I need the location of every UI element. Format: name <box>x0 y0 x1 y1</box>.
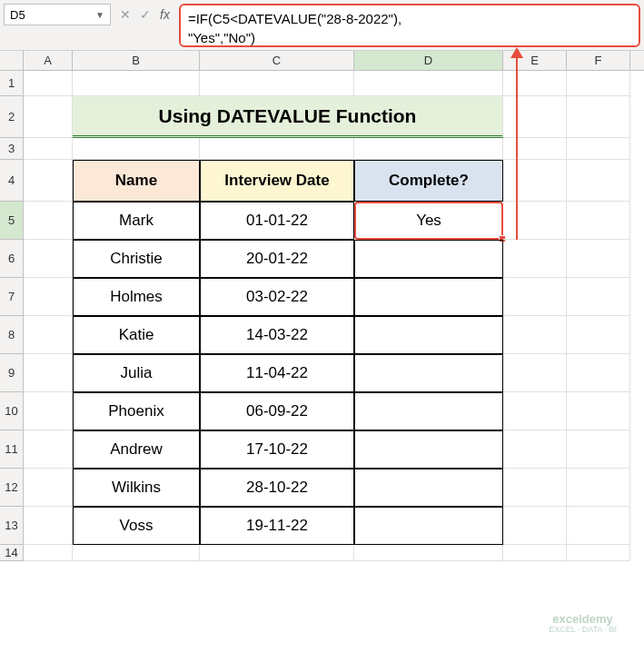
cell-A10[interactable] <box>24 392 73 430</box>
cell-A14[interactable] <box>24 545 73 561</box>
row-header-11[interactable]: 11 <box>0 430 24 469</box>
cell-F1[interactable] <box>567 71 630 96</box>
cancel-icon[interactable]: ✕ <box>120 7 131 22</box>
row-header-9[interactable]: 9 <box>0 354 24 392</box>
cell-name-5[interactable]: Phoenix <box>73 392 200 430</box>
cell-E13[interactable] <box>503 507 567 545</box>
row-header-10[interactable]: 10 <box>0 392 24 430</box>
cell-A9[interactable] <box>24 354 73 392</box>
name-box[interactable]: D5 ▼ <box>4 4 111 25</box>
row-header-8[interactable]: 8 <box>0 316 24 354</box>
cell-E7[interactable] <box>503 278 567 316</box>
cell-complete-5[interactable] <box>354 392 503 430</box>
cell-C3[interactable] <box>200 138 354 160</box>
cell-F7[interactable] <box>567 278 630 316</box>
cell-E11[interactable] <box>503 430 567 469</box>
cell-date-4[interactable]: 11-04-22 <box>200 354 354 392</box>
cell-date-6[interactable]: 17-10-22 <box>200 430 354 469</box>
cell-date-3[interactable]: 14-03-22 <box>200 316 354 354</box>
cell-F2[interactable] <box>567 96 630 138</box>
cell-E8[interactable] <box>503 316 567 354</box>
cell-C14[interactable] <box>200 545 354 561</box>
cell-A2[interactable] <box>24 96 73 138</box>
cell-F9[interactable] <box>567 354 630 392</box>
cell-A12[interactable] <box>24 469 73 507</box>
cell-A1[interactable] <box>24 71 73 96</box>
cell-F4[interactable] <box>567 160 630 202</box>
cell-E9[interactable] <box>503 354 567 392</box>
cell-E10[interactable] <box>503 392 567 430</box>
cell-F6[interactable] <box>567 240 630 278</box>
cell-name-3[interactable]: Katie <box>73 316 200 354</box>
cell-complete-3[interactable] <box>354 316 503 354</box>
cell-name-2[interactable]: Holmes <box>73 278 200 316</box>
cell-complete-2[interactable] <box>354 278 503 316</box>
cell-A3[interactable] <box>24 138 73 160</box>
row-header-2[interactable]: 2 <box>0 96 24 138</box>
select-all-corner[interactable] <box>0 51 24 70</box>
cell-C1[interactable] <box>200 71 354 96</box>
cell-date-0[interactable]: 01-01-22 <box>200 202 354 240</box>
cell-F13[interactable] <box>567 507 630 545</box>
cell-complete-0[interactable]: Yes <box>354 202 503 240</box>
cell-date-8[interactable]: 19-11-22 <box>200 507 354 545</box>
cell-E1[interactable] <box>503 71 567 96</box>
cell-name-1[interactable]: Christie <box>73 240 200 278</box>
col-header-D[interactable]: D <box>354 51 503 70</box>
cell-complete-7[interactable] <box>354 469 503 507</box>
formula-input[interactable]: =IF(C5<DATEVALUE("28-8-2022"), "Yes","No… <box>179 4 640 47</box>
cell-B3[interactable] <box>73 138 200 160</box>
row-header-7[interactable]: 7 <box>0 278 24 316</box>
cell-name-7[interactable]: Wilkins <box>73 469 200 507</box>
cell-F14[interactable] <box>567 545 630 561</box>
col-header-F[interactable]: F <box>567 51 630 70</box>
cell-name-4[interactable]: Julia <box>73 354 200 392</box>
cell-E4[interactable] <box>503 160 567 202</box>
header-name[interactable]: Name <box>73 160 200 202</box>
cell-B14[interactable] <box>73 545 200 561</box>
cell-F11[interactable] <box>567 430 630 469</box>
cell-E5[interactable] <box>503 202 567 240</box>
cell-name-8[interactable]: Voss <box>73 507 200 545</box>
cell-F5[interactable] <box>567 202 630 240</box>
cell-A4[interactable] <box>24 160 73 202</box>
cell-name-0[interactable]: Mark <box>73 202 200 240</box>
cell-complete-4[interactable] <box>354 354 503 392</box>
cell-A6[interactable] <box>24 240 73 278</box>
cell-complete-1[interactable] <box>354 240 503 278</box>
cell-D1[interactable] <box>354 71 503 96</box>
cell-F12[interactable] <box>567 469 630 507</box>
cell-A7[interactable] <box>24 278 73 316</box>
row-header-14[interactable]: 14 <box>0 545 24 561</box>
row-header-12[interactable]: 12 <box>0 469 24 507</box>
cell-A5[interactable] <box>24 202 73 240</box>
title-cell[interactable]: Using DATEVALUE Function <box>73 96 503 138</box>
cell-F8[interactable] <box>567 316 630 354</box>
cell-date-5[interactable]: 06-09-22 <box>200 392 354 430</box>
cell-A8[interactable] <box>24 316 73 354</box>
row-header-4[interactable]: 4 <box>0 160 24 202</box>
accept-icon[interactable]: ✓ <box>140 7 151 22</box>
cell-date-1[interactable]: 20-01-22 <box>200 240 354 278</box>
fx-label[interactable]: fx <box>160 7 170 22</box>
cell-date-7[interactable]: 28-10-22 <box>200 469 354 507</box>
chevron-down-icon[interactable]: ▼ <box>95 10 104 20</box>
col-header-B[interactable]: B <box>73 51 200 70</box>
header-complete[interactable]: Complete? <box>354 160 503 202</box>
row-header-13[interactable]: 13 <box>0 507 24 545</box>
cell-E14[interactable] <box>503 545 567 561</box>
col-header-A[interactable]: A <box>24 51 73 70</box>
cell-D14[interactable] <box>354 545 503 561</box>
cell-A11[interactable] <box>24 430 73 469</box>
cell-E2[interactable] <box>503 96 567 138</box>
cell-complete-6[interactable] <box>354 430 503 469</box>
col-header-C[interactable]: C <box>200 51 354 70</box>
cell-E3[interactable] <box>503 138 567 160</box>
cell-E12[interactable] <box>503 469 567 507</box>
cell-F10[interactable] <box>567 392 630 430</box>
row-header-5[interactable]: 5 <box>0 202 24 240</box>
row-header-6[interactable]: 6 <box>0 240 24 278</box>
cell-E6[interactable] <box>503 240 567 278</box>
cell-name-6[interactable]: Andrew <box>73 430 200 469</box>
cell-A13[interactable] <box>24 507 73 545</box>
